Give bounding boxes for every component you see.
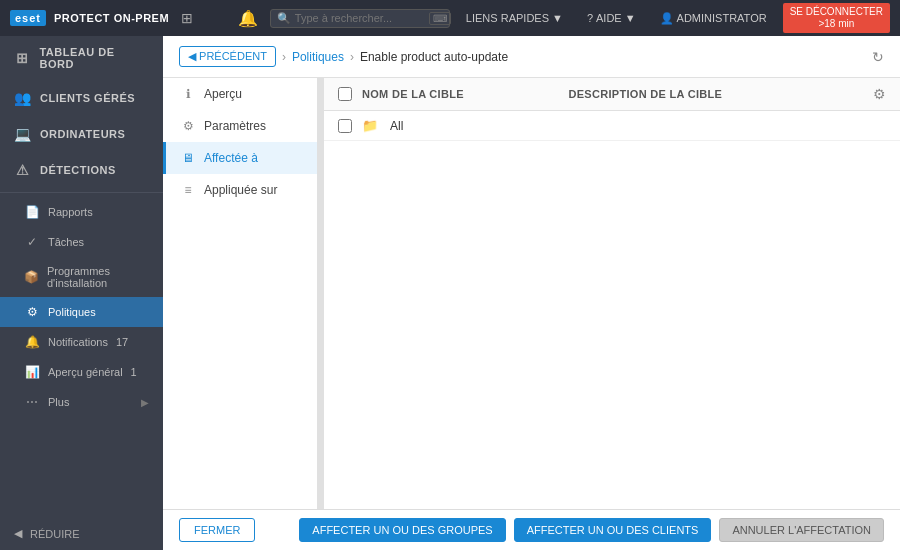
content-body: ℹ Aperçu ⚙ Paramètres 🖥 Affectée à ≡ App… [163,78,900,509]
chevron-right-icon: ▶ [141,397,149,408]
bell-icon[interactable]: 🔔 [238,9,258,28]
clients-icon: 👥 [14,90,32,106]
col-header-nom: NOM DE LA CIBLE [362,88,558,100]
sub-nav-parametres-label: Paramètres [204,119,266,133]
sidebar-label-apercu: Aperçu général [48,366,123,378]
sidebar-reduire[interactable]: ◀ RÉDUIRE [0,517,163,550]
folder-icon: 📁 [362,118,378,133]
sidebar-divider-1 [0,192,163,193]
content-header: ◀ PRÉCÉDENT › Politiques › Enable produc… [163,36,900,78]
sidebar-label-notifications: Notifications [48,336,108,348]
sidebar: ⊞ TABLEAU DE BORD 👥 CLIENTS GÉRÉS 💻 ORDI… [0,36,163,550]
breadcrumb-sep-1: › [282,50,286,64]
deconnect-button[interactable]: SE DÉCONNECTER >18 min [783,3,890,33]
table-settings-icon[interactable]: ⚙ [873,86,886,102]
aide-button[interactable]: ? AIDE ▼ [587,12,636,24]
table-select-all-checkbox[interactable] [338,87,352,101]
sidebar-item-notifications[interactable]: 🔔 Notifications 17 [0,327,163,357]
row-checkbox-all[interactable] [338,119,352,133]
screen-icon: 🖥 [180,151,196,165]
sidebar-label-programmes: Programmes d'installation [47,265,149,289]
content-area: ◀ PRÉCÉDENT › Politiques › Enable produc… [163,36,900,550]
sidebar-item-programmes[interactable]: 📦 Programmes d'installation [0,257,163,297]
search-icon: 🔍 [277,12,291,25]
sub-nav-appliquee-sur[interactable]: ≡ Appliquée sur [163,174,317,206]
sidebar-item-clients-geres[interactable]: 👥 CLIENTS GÉRÉS [0,80,163,116]
col-header-desc: DESCRIPTION DE LA CIBLE [568,88,863,100]
sidebar-label-ordinateurs: ORDINATEURS [40,128,125,140]
sub-nav-apercu-label: Aperçu [204,87,242,101]
sidebar-item-ordinateurs[interactable]: 💻 ORDINATEURS [0,116,163,152]
bottom-bar: FERMER AFFECTER UN OU DES GROUPES AFFECT… [163,509,900,550]
sidebar-item-taches[interactable]: ✓ Tâches [0,227,163,257]
sidebar-item-plus[interactable]: ⋯ Plus ▶ [0,387,163,417]
sidebar-item-politiques[interactable]: ⚙ Politiques [0,297,163,327]
eset-logo-text: eset [10,10,46,26]
table-area: NOM DE LA CIBLE DESCRIPTION DE LA CIBLE … [324,78,900,509]
admin-button[interactable]: 👤 ADMINISTRATOR [660,12,767,25]
list-icon: ≡ [180,183,196,197]
affecter-clients-button[interactable]: AFFECTER UN OU DES CLIENTS [514,518,712,542]
user-icon: 👤 [660,12,674,25]
sidebar-label-clients: CLIENTS GÉRÉS [40,92,135,104]
sidebar-item-rapports[interactable]: 📄 Rapports [0,197,163,227]
computer-icon: 💻 [14,126,32,142]
apercu-icon: 📊 [24,365,40,379]
reduire-label: RÉDUIRE [30,528,80,540]
affecter-groupes-button[interactable]: AFFECTER UN OU DES GROUPES [299,518,505,542]
sidebar-item-tableau-de-bord[interactable]: ⊞ TABLEAU DE BORD [0,36,163,80]
main-layout: ⊞ TABLEAU DE BORD 👥 CLIENTS GÉRÉS 💻 ORDI… [0,36,900,550]
search-shortcut: ⌨ [429,12,451,25]
sidebar-label-rapports: Rapports [48,206,93,218]
table-row[interactable]: 📁 All [324,111,900,141]
help-icon: ? [587,12,593,24]
apercu-badge: 1 [131,366,137,378]
table-header: NOM DE LA CIBLE DESCRIPTION DE LA CIBLE … [324,78,900,111]
dashboard-icon: ⊞ [14,50,31,66]
taches-icon: ✓ [24,235,40,249]
politiques-icon: ⚙ [24,305,40,319]
breadcrumb-politiques[interactable]: Politiques [292,50,344,64]
rapports-icon: 📄 [24,205,40,219]
sidebar-item-apercu-general[interactable]: 📊 Aperçu général 1 [0,357,163,387]
sidebar-label-plus: Plus [48,396,69,408]
sub-nav-parametres[interactable]: ⚙ Paramètres [163,110,317,142]
sidebar-item-detections[interactable]: ⚠ DÉTECTIONS [0,152,163,188]
sidebar-label-tableau: TABLEAU DE BORD [39,46,149,70]
programmes-icon: 📦 [24,270,39,284]
sub-nav-affectee-label: Affectée à [204,151,258,165]
notifications-badge: 17 [116,336,128,348]
fermer-button[interactable]: FERMER [179,518,255,542]
deconnect-label: SE DÉCONNECTER [790,6,883,18]
sub-nav-apercu[interactable]: ℹ Aperçu [163,78,317,110]
back-button[interactable]: ◀ PRÉCÉDENT [179,46,276,67]
sidebar-label-taches: Tâches [48,236,84,248]
annuler-affectation-button[interactable]: ANNULER L'AFFECTATION [719,518,884,542]
search-input[interactable] [295,12,425,24]
topbar: eset PROTECT ON-PREM ⊞ 🔔 🔍 ⌨ LIENS RAPID… [0,0,900,36]
refresh-icon[interactable]: ↻ [872,49,884,65]
eset-logo: eset [10,10,46,26]
sidebar-label-detections: DÉTECTIONS [40,164,116,176]
sidebar-label-politiques: Politiques [48,306,96,318]
plus-icon: ⋯ [24,395,40,409]
liens-rapides-button[interactable]: LIENS RAPIDES ▼ [466,12,563,24]
search-bar[interactable]: 🔍 ⌨ [270,9,450,28]
table-row-area: 📁 All [324,111,900,509]
warning-icon: ⚠ [14,162,32,178]
topbar-product-name: PROTECT ON-PREM [54,12,169,24]
grid-icon[interactable]: ⊞ [181,10,193,26]
chevron-down-icon-aide: ▼ [625,12,636,24]
reduire-icon: ◀ [14,527,22,540]
notifications-icon: 🔔 [24,335,40,349]
sub-nav-affectee-a[interactable]: 🖥 Affectée à [163,142,317,174]
chevron-down-icon: ▼ [552,12,563,24]
sub-nav-appliquee-label: Appliquée sur [204,183,277,197]
deconnect-time: >18 min [818,18,854,30]
sub-nav: ℹ Aperçu ⚙ Paramètres 🖥 Affectée à ≡ App… [163,78,318,509]
gear-icon: ⚙ [180,119,196,133]
breadcrumb-current: Enable product auto-update [360,50,508,64]
breadcrumb-sep-2: › [350,50,354,64]
row-name-all: All [390,119,886,133]
info-icon: ℹ [180,87,196,101]
